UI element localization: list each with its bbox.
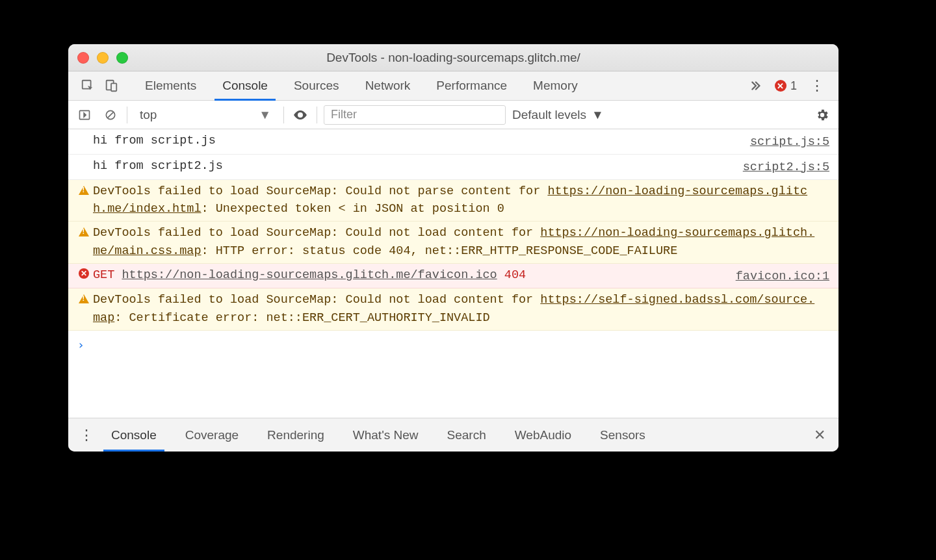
- devtools-window: DevTools - non-loading-sourcemaps.glitch…: [68, 44, 838, 452]
- drawer-tab-search[interactable]: Search: [433, 418, 500, 452]
- tab-elements[interactable]: Elements: [132, 71, 209, 100]
- drawer-tab-sensors[interactable]: Sensors: [586, 418, 660, 452]
- console-settings-icon[interactable]: [812, 108, 832, 122]
- error-count-badge[interactable]: ✕ 1: [768, 71, 803, 100]
- titlebar: DevTools - non-loading-sourcemaps.glitch…: [68, 44, 838, 71]
- message-body: DevTools failed to load SourceMap: Could…: [93, 224, 829, 261]
- divider: [317, 107, 317, 123]
- execution-context-selector[interactable]: top ▼: [134, 105, 277, 125]
- console-messages: hi from script.jsscript.js:5hi from scri…: [68, 129, 838, 418]
- message-body: DevTools failed to load SourceMap: Could…: [93, 291, 829, 327]
- console-warn-row: DevTools failed to load SourceMap: Could…: [68, 288, 838, 331]
- main-tabs: ElementsConsoleSourcesNetworkPerformance…: [68, 71, 838, 101]
- caret-down-icon: ▼: [592, 108, 604, 122]
- close-drawer-icon[interactable]: ✕: [809, 418, 831, 452]
- close-window-button[interactable]: [77, 52, 89, 64]
- tab-network[interactable]: Network: [352, 71, 424, 100]
- clear-console-icon[interactable]: [101, 108, 120, 121]
- toggle-sidebar-icon[interactable]: [75, 108, 94, 121]
- message-body: hi from script.js: [93, 132, 750, 151]
- drawer-menu-icon[interactable]: ⋮: [76, 418, 97, 452]
- tab-performance[interactable]: Performance: [423, 71, 520, 100]
- warning-icon: [79, 186, 89, 195]
- console-log-row: hi from script.jsscript.js:5: [68, 129, 838, 155]
- error-icon: ✕: [775, 80, 786, 92]
- drawer-tab-coverage[interactable]: Coverage: [171, 418, 253, 452]
- error-count: 1: [790, 79, 797, 93]
- svg-rect-2: [111, 83, 116, 91]
- device-toolbar-icon[interactable]: [99, 71, 123, 100]
- levels-label: Default levels: [512, 108, 586, 122]
- console-log-row: hi from script2.jsscript2.js:5: [68, 155, 838, 180]
- source-url-link[interactable]: https://non-loading-sourcemaps.glitch.me…: [93, 226, 814, 258]
- main-menu-icon[interactable]: ⋮: [803, 71, 831, 100]
- live-expression-icon[interactable]: [291, 107, 310, 123]
- warning-icon: [79, 294, 89, 303]
- tab-console[interactable]: Console: [209, 71, 281, 100]
- warning-icon: [79, 227, 89, 236]
- console-toolbar: top ▼ Default levels ▼: [68, 101, 838, 129]
- minimize-window-button[interactable]: [97, 52, 109, 64]
- tab-sources[interactable]: Sources: [281, 71, 352, 100]
- message-source-link[interactable]: script2.js:5: [743, 157, 829, 177]
- tab-memory[interactable]: Memory: [520, 71, 591, 100]
- console-warn-row: DevTools failed to load SourceMap: Could…: [68, 222, 838, 264]
- caret-down-icon: ▼: [259, 108, 271, 122]
- drawer-tab-console[interactable]: Console: [97, 418, 171, 452]
- inspect-element-icon[interactable]: [76, 71, 99, 100]
- log-levels-selector[interactable]: Default levels ▼: [512, 108, 604, 122]
- drawer-tab-webaudio[interactable]: WebAudio: [500, 418, 586, 452]
- console-error-row: ✕GET https://non-loading-sourcemaps.glit…: [68, 264, 838, 289]
- maximize-window-button[interactable]: [116, 52, 128, 64]
- window-controls: [77, 52, 128, 64]
- source-url-link[interactable]: https://non-loading-sourcemaps.glitch.me…: [122, 268, 497, 282]
- svg-point-5: [299, 114, 302, 116]
- source-url-link[interactable]: https://self-signed.badssl.com/source.ma…: [93, 293, 814, 325]
- message-body: hi from script2.js: [93, 157, 743, 177]
- source-url-link[interactable]: https://non-loading-sourcemaps.glitch.me…: [93, 185, 807, 216]
- divider: [127, 107, 127, 123]
- error-icon: ✕: [79, 268, 89, 279]
- window-title: DevTools - non-loading-sourcemaps.glitch…: [326, 51, 580, 65]
- filter-input[interactable]: [324, 105, 506, 125]
- drawer-tab-what-s-new[interactable]: What's New: [339, 418, 433, 452]
- console-prompt[interactable]: ›: [68, 331, 838, 359]
- drawer-tab-rendering[interactable]: Rendering: [253, 418, 339, 452]
- message-source-link[interactable]: script.js:5: [750, 132, 829, 151]
- console-warn-row: DevTools failed to load SourceMap: Could…: [68, 180, 838, 222]
- message-body: GET https://non-loading-sourcemaps.glitc…: [93, 266, 736, 286]
- divider: [283, 107, 284, 123]
- tabs-overflow-icon[interactable]: [741, 71, 768, 100]
- context-label: top: [140, 108, 157, 122]
- message-source-link[interactable]: favicon.ico:1: [736, 266, 829, 286]
- drawer-tabs: ⋮ ConsoleCoverageRenderingWhat's NewSear…: [68, 418, 838, 452]
- message-body: DevTools failed to load SourceMap: Could…: [93, 183, 829, 219]
